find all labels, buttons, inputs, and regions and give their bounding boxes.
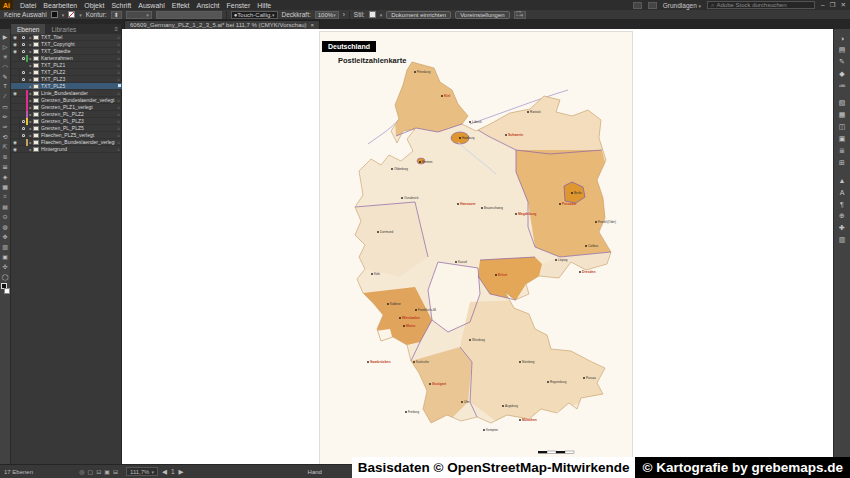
artboard-next-button[interactable]: ▶ <box>179 468 184 476</box>
pathfinder-panel-icon[interactable]: ✚ <box>836 222 849 234</box>
character-panel-icon[interactable]: A <box>836 186 849 198</box>
perspective-grid-tool[interactable]: ▦ <box>1 181 10 191</box>
isolate-selection-icon[interactable]: ⛶ ▾ <box>514 11 527 19</box>
visibility-eye-icon[interactable]: ◉ <box>11 140 19 145</box>
stroke-color-swatch[interactable] <box>68 11 75 18</box>
zoom-tool[interactable]: ◯ <box>1 271 10 281</box>
menu-ansicht[interactable]: Ansicht <box>197 2 220 9</box>
menu-effekt[interactable]: Effekt <box>172 2 190 9</box>
menu-auswahl[interactable]: Auswahl <box>138 2 164 9</box>
lock-icon[interactable] <box>19 118 26 124</box>
document-setup-button[interactable]: Dokument einrichten <box>386 11 451 19</box>
artboard[interactable]: Deutschland Postleitzahlenkarte Flensbur… <box>320 32 632 464</box>
lock-icon[interactable] <box>19 132 26 138</box>
eyedropper-tool[interactable]: ⊙ <box>1 211 10 221</box>
make-clipping-mask-icon[interactable]: ▢ <box>88 468 94 475</box>
appearance-panel-icon[interactable]: ◫ <box>836 121 849 133</box>
target-circle-icon[interactable]: ○ <box>115 147 122 152</box>
visibility-eye-icon[interactable]: ◉ <box>11 91 19 96</box>
rectangle-tool[interactable]: ▭ <box>1 101 10 111</box>
artboard-tool[interactable]: ▣ <box>1 251 10 261</box>
visibility-eye-icon[interactable]: ◉ <box>11 42 19 47</box>
gradient-panel-icon[interactable]: ▧ <box>836 97 849 109</box>
panel-menu-icon[interactable]: ≡ <box>114 26 118 32</box>
target-circle-icon[interactable]: ○ <box>115 70 122 75</box>
brush-definition-select[interactable]: ● Touch-Callig. ▾ <box>231 11 278 19</box>
target-circle-icon[interactable]: ○ <box>115 35 122 40</box>
target-circle-icon[interactable]: ○ <box>115 91 122 96</box>
locate-object-icon[interactable]: ◎ <box>79 468 84 475</box>
mesh-tool[interactable]: ⌗ <box>1 191 10 201</box>
arrange-documents-icon[interactable] <box>633 2 642 9</box>
target-circle-icon[interactable]: ○ <box>115 140 122 145</box>
chevron-down-icon[interactable]: ▾ <box>380 12 383 18</box>
links-panel-icon[interactable]: ▥ <box>836 234 849 246</box>
swatches-panel-icon[interactable]: ▤ <box>836 44 849 56</box>
visibility-eye-icon[interactable]: ◉ <box>11 49 19 54</box>
hand-tool[interactable]: ✣ <box>1 261 10 271</box>
lock-icon[interactable] <box>19 34 26 40</box>
stroke-profile-select[interactable]: ▾ <box>126 11 152 19</box>
color-panel-icon[interactable]: ◑ <box>836 32 849 44</box>
target-circle-icon[interactable]: ○ <box>115 49 122 54</box>
shape-builder-tool[interactable]: ◈ <box>1 171 10 181</box>
lock-icon[interactable] <box>19 69 26 75</box>
column-graph-tool[interactable]: ▥ <box>1 241 10 251</box>
graphic-style-swatch[interactable] <box>369 11 376 18</box>
menu-bearbeiten[interactable]: Bearbeiten <box>43 2 77 9</box>
stroke-panel-icon[interactable]: ≔ <box>836 80 849 92</box>
stroke-weight-stepper[interactable]: ⬍ <box>111 11 122 19</box>
target-circle-icon[interactable]: ○ <box>115 133 122 138</box>
symbols-panel-icon[interactable]: ◆ <box>836 68 849 80</box>
target-circle-icon[interactable]: ○ <box>115 77 122 82</box>
lock-icon[interactable] <box>19 55 26 61</box>
paragraph-panel-icon[interactable]: ¶ <box>836 198 849 210</box>
minimize-button[interactable]: – <box>821 1 825 9</box>
lock-icon[interactable] <box>19 76 26 82</box>
free-transform-tool[interactable]: ⊞ <box>1 161 10 171</box>
canvas[interactable]: Deutschland Postleitzahlenkarte Flensbur… <box>122 29 833 464</box>
target-circle-icon[interactable]: ○ <box>115 42 122 47</box>
visibility-eye-icon[interactable]: ◉ <box>11 35 19 40</box>
target-circle-icon[interactable]: ○ <box>115 105 122 110</box>
target-circle-icon[interactable]: ○ <box>115 126 122 131</box>
more-options-arrow[interactable]: › <box>343 11 345 18</box>
delete-layer-icon[interactable]: ⊟ <box>113 468 118 475</box>
opacity-value-select[interactable]: 100% ▾ <box>315 11 339 19</box>
gradient-tool[interactable]: ▤ <box>1 201 10 211</box>
target-circle-icon[interactable]: ○ <box>115 119 122 124</box>
menu-datei[interactable]: Datei <box>20 2 36 9</box>
align-panel-icon[interactable]: ▲ <box>836 174 849 186</box>
chevron-down-icon[interactable]: ▾ <box>62 12 65 18</box>
target-circle-icon[interactable]: ○ <box>115 63 122 68</box>
graphic-styles-panel-icon[interactable]: ▣ <box>836 133 849 145</box>
stock-search-input[interactable]: ⌕ Adobe Stock durchsuchen <box>707 1 815 9</box>
pencil-tool[interactable]: ✑ <box>1 121 10 131</box>
layer-row-hintergrund[interactable]: ◉▸Hintergrund○ <box>11 146 122 153</box>
preferences-button[interactable]: Voreinstellungen <box>455 11 509 19</box>
menu-fenster[interactable]: Fenster <box>227 2 251 9</box>
symbol-sprayer-tool[interactable]: ✥ <box>1 231 10 241</box>
lock-icon[interactable] <box>19 48 26 54</box>
menu-hilfe[interactable]: Hilfe <box>257 2 271 9</box>
artboards-panel-icon[interactable]: ⊞ <box>836 157 849 169</box>
close-button[interactable]: ✕ <box>841 1 846 9</box>
transform-panel-icon[interactable]: ⊕ <box>836 210 849 222</box>
direct-selection-tool[interactable]: ▷ <box>1 41 10 51</box>
type-tool[interactable]: T <box>1 81 10 91</box>
lock-icon[interactable] <box>19 41 26 47</box>
layers-panel-icon[interactable]: ≣ <box>836 145 849 157</box>
menu-objekt[interactable]: Objekt <box>84 2 104 9</box>
new-sublayer-icon[interactable]: ⊡ <box>96 468 101 475</box>
chevron-down-icon[interactable]: ▾ <box>79 12 82 18</box>
tab-libraries[interactable]: Libraries <box>45 24 82 34</box>
target-circle-icon[interactable]: ○ <box>115 98 122 103</box>
document-tab[interactable]: 60609_Germany_PLZ_1_2_3_5.ai* bei 111,7 … <box>124 20 320 29</box>
lasso-tool[interactable]: ◠ <box>1 61 10 71</box>
stroke-swatch[interactable] <box>4 288 10 294</box>
width-tool[interactable]: ≋ <box>1 151 10 161</box>
paintbrush-tool[interactable]: ✏ <box>1 111 10 121</box>
scale-tool[interactable]: ⇱ <box>1 141 10 151</box>
lock-icon[interactable] <box>19 125 26 131</box>
blend-tool[interactable]: ◍ <box>1 221 10 231</box>
